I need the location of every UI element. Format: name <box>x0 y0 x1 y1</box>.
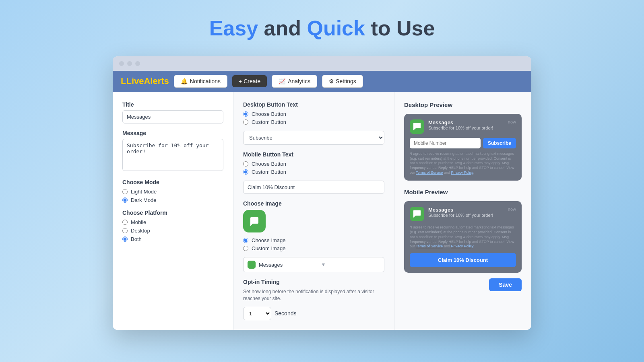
desktop-preview-card: Messages Subscribe for 10% off your orde… <box>404 114 522 181</box>
choose-image-item[interactable]: Choose Image <box>243 237 384 243</box>
mode-dark-radio[interactable] <box>122 197 128 203</box>
platform-mobile-item[interactable]: Mobile <box>122 219 223 225</box>
mobile-preview-card: Messages Subscribe for 10% off your orde… <box>404 201 522 272</box>
save-button[interactable]: Save <box>489 278 522 291</box>
mobile-preview-msg-icon <box>410 207 424 221</box>
preview-message-bubble-icon <box>413 122 421 131</box>
nav-analytics-label: Analytics <box>288 78 310 84</box>
opt-in-description: Set how long before the notification is … <box>243 288 384 302</box>
mobile-custom-btn-radio[interactable] <box>243 169 248 175</box>
preview-mobile-input[interactable] <box>410 138 481 148</box>
custom-image-radio[interactable] <box>243 246 248 251</box>
mobile-preview-msg-sub: Subscribe for 10% off your order! <box>428 213 504 218</box>
mobile-btn-text-label: Mobile Button Text <box>243 151 384 158</box>
app-content: Title Message Subscribe for 10% off your… <box>113 92 531 330</box>
message-label: Message <box>122 130 223 136</box>
browser-titlebar <box>113 56 531 71</box>
nav-analytics[interactable]: 📈 Analytics <box>272 75 317 88</box>
mobile-choose-btn-item[interactable]: Choose Button <box>243 161 384 167</box>
mid-panel: Desktop Button Text Choose Button Custom… <box>233 92 394 330</box>
nav-create-label: + Create <box>239 78 260 84</box>
platform-desktop-item[interactable]: Desktop <box>122 228 223 234</box>
browser-dot-yellow <box>127 61 132 66</box>
title-input[interactable] <box>122 110 223 123</box>
preview-text-block: Messages Subscribe for 10% off your orde… <box>428 119 504 130</box>
desktop-choose-btn-radio[interactable] <box>243 111 248 117</box>
nav-notifications-label: Notifications <box>190 78 221 84</box>
opt-in-timing-label: Opt-in Timing <box>243 279 384 285</box>
mobile-privacy-link[interactable]: Privacy Policy <box>451 244 473 248</box>
logo-highlight: L <box>121 76 126 86</box>
message-bubble-icon <box>247 214 262 228</box>
mode-light-item[interactable]: Light Mode <box>122 189 223 195</box>
desktop-button-dropdown[interactable]: Subscribe <box>243 131 384 145</box>
nav-notifications[interactable]: 🔔 Notifications <box>174 75 227 88</box>
desktop-btn-text-label: Desktop Button Text <box>243 101 384 108</box>
preview-input-row: Subscribe <box>410 138 516 148</box>
mobile-custom-btn-label: Custom Button <box>252 169 286 175</box>
mobile-choose-btn-label: Choose Button <box>252 161 286 167</box>
mobile-preview-message-bubble-icon <box>413 210 421 218</box>
choose-image-radio[interactable] <box>243 238 248 243</box>
hero-and: and <box>258 16 307 40</box>
bell-icon: 🔔 <box>181 78 188 84</box>
mobile-terms-link[interactable]: Terms of Service <box>416 244 443 248</box>
mobile-button-text-input[interactable] <box>243 181 384 194</box>
platform-mobile-label: Mobile <box>131 219 146 225</box>
timing-select[interactable]: 1 2 5 10 <box>243 307 271 320</box>
left-panel: Title Message Subscribe for 10% off your… <box>113 92 233 330</box>
browser-dot-green <box>135 61 140 66</box>
right-panel: Desktop Preview Messages Subscribe for 1… <box>394 92 531 330</box>
message-input[interactable]: Subscribe for 10% off your order! <box>122 139 223 171</box>
nav-create[interactable]: + Create <box>232 75 267 87</box>
logo-text: LiveAlerts <box>126 76 169 86</box>
preview-msg-title: Messages <box>428 119 504 125</box>
image-dropdown-icon <box>248 261 256 269</box>
desktop-custom-btn-label: Custom Button <box>252 119 286 125</box>
desktop-custom-btn-radio[interactable] <box>243 119 248 125</box>
desktop-choose-btn-item[interactable]: Choose Button <box>243 111 384 117</box>
desktop-preview-title: Desktop Preview <box>404 101 522 108</box>
mobile-custom-btn-item[interactable]: Custom Button <box>243 169 384 175</box>
preview-msg-sub: Subscribe for 10% off your order! <box>428 125 504 130</box>
mode-light-radio[interactable] <box>122 189 128 194</box>
title-label: Title <box>122 101 223 108</box>
image-dropdown[interactable]: Messages ▼ <box>243 257 384 272</box>
preview-timestamp: now <box>508 119 516 124</box>
preview-claim-button[interactable]: Claim 10% Discount <box>410 253 516 267</box>
mode-dark-label: Dark Mode <box>131 197 157 203</box>
privacy-link[interactable]: Privacy Policy <box>451 171 473 175</box>
platform-desktop-radio[interactable] <box>122 228 128 233</box>
platform-both-label: Both <box>131 236 142 242</box>
choose-image-radio-group: Choose Image Custom Image <box>243 237 384 251</box>
hero-title: Easy and Quick to Use <box>209 16 435 40</box>
terms-link[interactable]: Terms of Service <box>416 171 443 175</box>
mode-dark-item[interactable]: Dark Mode <box>122 197 223 203</box>
choose-mode-group: Light Mode Dark Mode <box>122 189 223 203</box>
choose-mode-label: Choose Mode <box>122 179 223 185</box>
image-preview-icon <box>243 210 266 232</box>
mobile-preview-legal-text: *I agree to receive recurring automated … <box>410 225 516 249</box>
browser-window: LLiveAlerts 🔔 Notifications + Create 📈 A… <box>113 56 531 330</box>
platform-both-item[interactable]: Both <box>122 236 223 242</box>
preview-msg-icon <box>410 119 424 134</box>
platform-mobile-radio[interactable] <box>122 220 128 225</box>
mobile-choose-btn-radio[interactable] <box>243 161 248 167</box>
platform-both-radio[interactable] <box>122 237 128 242</box>
platform-desktop-label: Desktop <box>131 228 150 234</box>
hero-rest: to Use <box>365 16 435 40</box>
preview-legal-text: *I agree to receive recurring automated … <box>410 152 516 175</box>
nav-settings-label: ⚙ Settings <box>329 78 356 84</box>
nav-settings[interactable]: ⚙ Settings <box>322 75 363 88</box>
custom-image-item[interactable]: Custom Image <box>243 245 384 251</box>
desktop-choose-btn-label: Choose Button <box>252 111 286 117</box>
mobile-btn-radio-group: Choose Button Custom Button <box>243 161 384 175</box>
timing-unit-label: Seconds <box>275 310 296 317</box>
custom-image-radio-label: Custom Image <box>252 245 286 251</box>
mobile-preview-card-header: Messages Subscribe for 10% off your orde… <box>410 207 516 221</box>
desktop-custom-btn-item[interactable]: Custom Button <box>243 119 384 125</box>
dropdown-arrow-icon: ▼ <box>321 262 380 267</box>
browser-dot-red <box>119 61 124 66</box>
hero-quick: Quick <box>307 16 365 40</box>
preview-subscribe-button[interactable]: Subscribe <box>483 138 516 148</box>
